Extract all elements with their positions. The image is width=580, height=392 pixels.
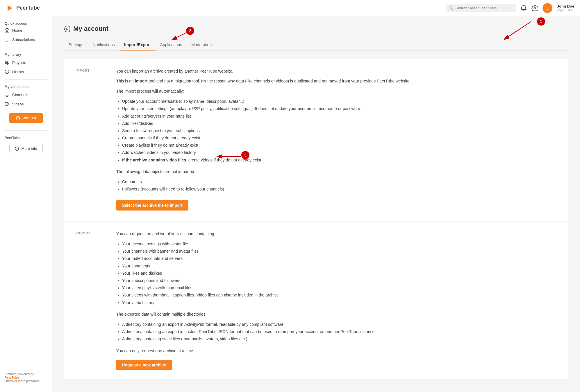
list-item: Create channels if they do not already e… [122, 134, 557, 142]
list-item: A directory containing an export in cust… [122, 328, 557, 335]
avatar[interactable]: J [542, 3, 552, 13]
svg-marker-0 [8, 5, 12, 11]
page-title: My account [73, 25, 108, 33]
home-icon [5, 28, 9, 33]
list-item: Create playlists if they do not already … [122, 142, 557, 149]
list-item: If the archive contains video files, cre… [122, 157, 557, 164]
import-label: IMPORT [76, 68, 90, 72]
sidebar-divider-3 [5, 130, 47, 131]
svg-rect-4 [5, 38, 9, 41]
sidebar-item-playlists[interactable]: Playlists [0, 58, 52, 67]
export-directories-label: The exported data will contain multiple … [116, 311, 557, 317]
list-item: Comments [122, 178, 557, 186]
import-content: You can import an archive created by ano… [116, 68, 557, 213]
list-item: Followers (accounts will need to re-foll… [122, 186, 557, 193]
import-auto-label: The import process will automatically: [116, 88, 557, 94]
list-item: Add likes/dislikes [122, 120, 557, 127]
sidebar-channels-label: Channels [12, 93, 28, 97]
videos-icon [5, 102, 9, 106]
my-video-space-label: My video space [0, 82, 52, 90]
sidebar-item-subscriptions[interactable]: Subscriptions [0, 35, 52, 44]
svg-point-20 [17, 148, 17, 148]
list-item: Your videos with thumbnail, caption file… [122, 292, 557, 299]
list-item: Update your account metadata (display na… [122, 98, 557, 105]
sidebar-playlists-label: Playlists [12, 60, 26, 65]
sidebar-item-channels[interactable]: Channels [0, 90, 52, 99]
svg-point-3 [534, 7, 536, 9]
list-item: Your video history [122, 299, 557, 306]
sidebar-footer: Platform powered by PeerTube Discover mo… [0, 368, 52, 387]
page-header: My account [64, 25, 568, 33]
sidebar-divider-2 [5, 79, 47, 80]
sidebar-divider-1 [5, 47, 47, 47]
list-item: Add watched videos in your video history [122, 149, 557, 156]
svg-marker-15 [8, 103, 9, 105]
tab-moderation[interactable]: Moderation [187, 39, 216, 51]
peertube-link[interactable]: PeerTube [5, 376, 19, 379]
list-item: Add accounts/servers in your mute list [122, 113, 557, 120]
sidebar-item-home[interactable]: Home [0, 26, 52, 35]
subscriptions-icon [5, 37, 9, 42]
svg-marker-11 [8, 63, 9, 64]
export-directories-list: A directory containing an export in Acti… [116, 321, 557, 343]
header-left: PeerTube [6, 4, 40, 12]
sidebar-home-label: Home [12, 28, 22, 33]
peertube-section-label: PeerTube [0, 134, 52, 141]
sidebar-item-videos[interactable]: Videos [0, 99, 52, 109]
svg-line-2 [452, 8, 453, 10]
tab-settings[interactable]: Settings [64, 39, 88, 51]
svg-point-1 [450, 6, 452, 9]
user-info: John Doe @john_doe [557, 4, 574, 12]
svg-rect-14 [5, 103, 8, 105]
sidebar-item-history[interactable]: History [0, 67, 52, 76]
export-intro: You can request an archive of your accou… [116, 231, 557, 237]
import-not-imported-label: The following data objects are not impor… [116, 168, 557, 175]
list-item: Your likes and dislikes [122, 270, 557, 277]
list-item: Your muted accounts and servers [122, 255, 557, 262]
publish-button[interactable]: Publish [9, 113, 43, 123]
export-section-row: EXPORT You can request an archive of you… [76, 231, 557, 370]
request-archive-button[interactable]: Request a new archive [116, 360, 172, 370]
publish-icon [16, 116, 20, 120]
quick-access-label: Quick access [0, 19, 32, 27]
import-intro: You can import an archive created by ano… [116, 68, 557, 74]
export-items-list: Your account settings with avatar file Y… [116, 240, 557, 306]
import-section-row: IMPORT You can import an archive created… [76, 68, 557, 213]
list-item: Your account settings with avatar file [122, 240, 557, 248]
main-content: My account Settings Notifications Import… [52, 16, 580, 392]
tab-applications[interactable]: Applications [156, 39, 187, 51]
user-name: John Doe [557, 4, 574, 8]
list-item: Your comments [122, 262, 557, 270]
export-one-at-a-time: You can only request one archive at a ti… [116, 348, 557, 354]
user-handle: @john_doe [557, 8, 573, 12]
notification-icon[interactable] [520, 5, 527, 11]
publish-label: Publish [22, 116, 36, 120]
import-section: IMPORT You can import an archive created… [64, 59, 568, 222]
search-bar[interactable] [446, 4, 516, 12]
content-area: IMPORT You can import an archive created… [64, 59, 568, 379]
header-right: J John Doe @john_doe [446, 3, 574, 13]
peertube-logo-icon [6, 4, 14, 12]
tab-import-export[interactable]: Import/Export [119, 39, 156, 51]
sidebar-videos-label: Videos [12, 102, 24, 106]
sidebar-subscriptions-label: Subscriptions [12, 37, 35, 42]
gear-icon [64, 26, 70, 32]
annotation-1: 1 [537, 17, 545, 26]
sidebar: Quick access Home Subscriptions My libra… [0, 16, 52, 392]
list-item: A directory containing static files (thu… [122, 335, 557, 343]
tab-notifications[interactable]: Notifications [88, 39, 119, 51]
app-name: PeerTube [16, 5, 40, 11]
select-archive-button[interactable]: Select the archive file to import [116, 200, 188, 211]
list-item: Your subscriptions and followers [122, 277, 557, 284]
export-label: EXPORT [76, 230, 90, 235]
tabs: Settings Notifications Import/Export App… [64, 39, 568, 51]
settings-icon[interactable] [531, 5, 538, 11]
export-content: You can request an archive of your accou… [116, 231, 557, 370]
more-info-button[interactable]: More info [9, 144, 43, 153]
more-info-label: More info [21, 146, 37, 151]
search-input[interactable] [455, 6, 512, 10]
search-icon [449, 6, 453, 10]
footer-line2[interactable]: Discover more platforms [5, 379, 47, 383]
list-item: Your video playlists with thumbnail file… [122, 284, 557, 292]
my-library-label: My library [0, 50, 52, 58]
